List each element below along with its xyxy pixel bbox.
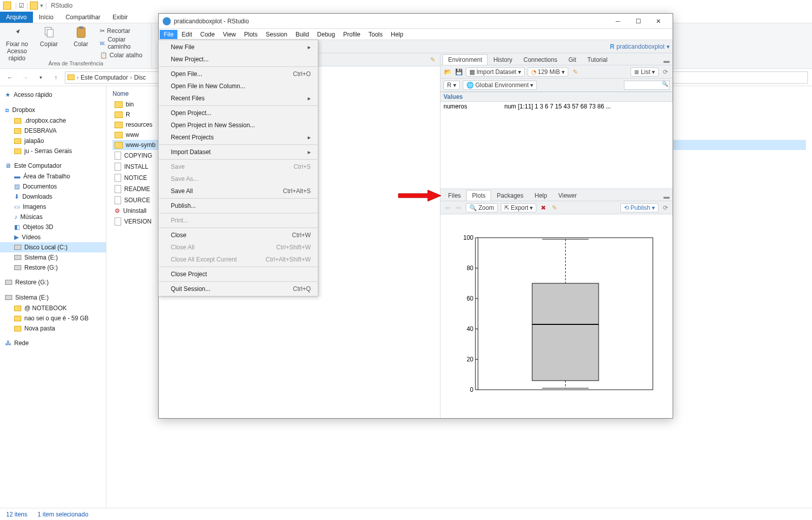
plot-next-icon[interactable]: ⇨ [455, 204, 463, 212]
tab-plots[interactable]: Plots [466, 190, 491, 201]
menu-item[interactable]: Open Project... [159, 107, 318, 119]
sidebar-item[interactable]: .dropbox.cache [0, 116, 106, 126]
pane-collapse-icon[interactable]: ▬ [662, 193, 671, 201]
sidebar-item[interactable]: ▬Área de Trabalho [0, 171, 106, 181]
menu-item[interactable]: Publish... [159, 200, 318, 212]
nav-recent-button[interactable]: ▾ [34, 71, 47, 84]
ribbon-tab-exibir[interactable]: Exibir [106, 12, 134, 23]
menu-debug[interactable]: Debug [313, 30, 339, 39]
paste-button[interactable]: Colar [68, 25, 94, 48]
publish-dropdown[interactable]: ⟲Publish ▾ [620, 203, 658, 212]
menu-edit[interactable]: Edit [177, 30, 196, 39]
tab-packages[interactable]: Packages [491, 190, 529, 201]
sidebar-item[interactable]: nao sei o que é - 59 GB [0, 313, 106, 323]
menu-item[interactable]: CloseCtrl+W [159, 229, 318, 241]
tab-connections[interactable]: Connections [518, 54, 563, 65]
copy-path-button[interactable]: w.Copiar caminho [100, 36, 147, 50]
sidebar-item[interactable]: ▭Imagens [0, 202, 106, 212]
r-engine-dropdown[interactable]: R ▾ [444, 81, 460, 90]
sidebar-item[interactable]: @ NOTEBOOK [0, 303, 106, 313]
clear-plots-icon[interactable]: ✎ [550, 204, 559, 212]
nav-back-button[interactable]: ← [4, 71, 16, 84]
env-search-input[interactable] [624, 81, 670, 90]
menu-file[interactable]: File [160, 30, 177, 39]
menu-item[interactable]: Import Dataset▸ [159, 146, 318, 158]
clear-objects-icon[interactable]: ✎ [571, 68, 579, 76]
breadcrumb[interactable]: Este Computador [81, 74, 128, 81]
copy-button[interactable]: Copiar [36, 25, 62, 48]
pane-collapse-icon[interactable]: ▬ [662, 57, 671, 65]
sidebar-item-quick-access[interactable]: ★Acesso rápido [0, 89, 106, 100]
maximize-button[interactable]: ☐ [628, 14, 648, 28]
sidebar-item[interactable]: DESBRAVA [0, 126, 106, 136]
memory-usage-button[interactable]: ◔129 MiB ▾ [528, 67, 568, 77]
sidebar-item[interactable]: Nova pasta [0, 323, 106, 333]
env-variable-row[interactable]: numeros num [1:11] 1 3 6 7 15 43 57 68 7… [440, 102, 673, 111]
clear-console-icon[interactable]: ✎ [429, 56, 437, 64]
menu-item[interactable]: Open File...Ctrl+O [159, 68, 318, 80]
load-workspace-icon[interactable]: 📂 [444, 68, 452, 76]
sidebar-item[interactable]: ▶Vídeos [0, 232, 106, 242]
breadcrumb[interactable]: Disc [134, 74, 145, 81]
project-selector[interactable]: R praticandoboxplot ▾ [610, 43, 670, 50]
menu-tools[interactable]: Tools [364, 30, 387, 39]
tab-history[interactable]: History [488, 54, 518, 65]
remove-plot-icon[interactable]: ✖ [539, 204, 547, 212]
sidebar-item-this-pc[interactable]: 🖥Este Computador [0, 160, 106, 171]
pin-to-quick-access-button[interactable]: Fixar no Acesso rápido [4, 25, 30, 62]
save-workspace-icon[interactable]: 💾 [455, 68, 463, 76]
tab-environment[interactable]: Environment [442, 54, 488, 65]
list-view-dropdown[interactable]: ≣ List ▾ [631, 67, 658, 77]
ribbon-tab-inicio[interactable]: Início [33, 12, 60, 23]
nav-up-button[interactable]: ↑ [50, 71, 62, 84]
menu-item[interactable]: Save AllCtrl+Alt+S [159, 185, 318, 197]
sidebar-item[interactable]: Sistema (E:) [0, 252, 106, 263]
tab-tutorial[interactable]: Tutorial [582, 54, 613, 65]
menu-help[interactable]: Help [387, 30, 408, 39]
refresh-icon[interactable]: ⟳ [661, 68, 670, 76]
menu-item[interactable]: New Project... [159, 53, 318, 65]
sidebar-item[interactable]: ▤Documentos [0, 181, 106, 192]
export-dropdown[interactable]: ⇱Export ▾ [501, 203, 537, 212]
minimize-button[interactable]: ─ [608, 14, 628, 28]
tab-files[interactable]: Files [442, 190, 466, 201]
ribbon-tab-compartilhar[interactable]: Compartilhar [59, 12, 106, 23]
sidebar-item[interactable]: ♪Músicas [0, 212, 106, 222]
sidebar-item[interactable]: Restore (G:) [0, 263, 106, 273]
menu-item[interactable]: Close Project [159, 268, 318, 280]
menu-build[interactable]: Build [291, 30, 313, 39]
tab-help[interactable]: Help [529, 190, 553, 201]
sidebar-item[interactable]: jalapão [0, 136, 106, 146]
menu-item[interactable]: Recent Files▸ [159, 92, 318, 104]
scope-dropdown[interactable]: 🌐Global Environment ▾ [463, 81, 537, 90]
menu-item[interactable]: Quit Session...Ctrl+Q [159, 283, 318, 295]
import-dataset-dropdown[interactable]: ▦Import Dataset ▾ [466, 67, 525, 77]
tab-viewer[interactable]: Viewer [552, 190, 582, 201]
menu-item[interactable]: Recent Projects▸ [159, 131, 318, 143]
ribbon-tab-arquivo[interactable]: Arquivo [0, 12, 33, 23]
qat-check-icon[interactable]: ☑ [19, 2, 24, 9]
sidebar-item[interactable]: ⬇Downloads [0, 192, 106, 202]
menu-item[interactable]: New File▸ [159, 41, 318, 53]
sidebar-item[interactable]: ◧Objetos 3D [0, 222, 106, 232]
menu-view[interactable]: View [219, 30, 240, 39]
qat-dropdown-icon[interactable]: ▾ [40, 2, 43, 9]
menu-session[interactable]: Session [262, 30, 291, 39]
paste-shortcut-button[interactable]: 📋Colar atalho [100, 52, 147, 59]
menu-code[interactable]: Code [196, 30, 219, 39]
menu-item[interactable]: Open Project in New Session... [159, 119, 318, 131]
zoom-button[interactable]: 🔍Zoom [466, 203, 498, 212]
menu-profile[interactable]: Profile [339, 30, 364, 39]
menu-plots[interactable]: Plots [240, 30, 262, 39]
sidebar-item-dropbox[interactable]: ⧈Dropbox [0, 104, 106, 116]
sidebar-item-sistema[interactable]: Sistema (E:) [0, 292, 106, 303]
tab-git[interactable]: Git [563, 54, 581, 65]
rstudio-titlebar[interactable]: praticandoboxplot - RStudio ─ ☐ ✕ [159, 14, 673, 29]
menu-item[interactable]: Open File in New Column... [159, 80, 318, 92]
sidebar-item-rede[interactable]: 🖧Rede [0, 338, 106, 349]
nav-forward-button[interactable]: → [19, 71, 31, 84]
cut-button[interactable]: ✂Recortar [100, 27, 147, 34]
refresh-icon[interactable]: ⟳ [661, 204, 670, 212]
sidebar-item-local-disk[interactable]: Disco Local (C:) [0, 242, 106, 252]
plot-prev-icon[interactable]: ⇦ [444, 204, 452, 212]
